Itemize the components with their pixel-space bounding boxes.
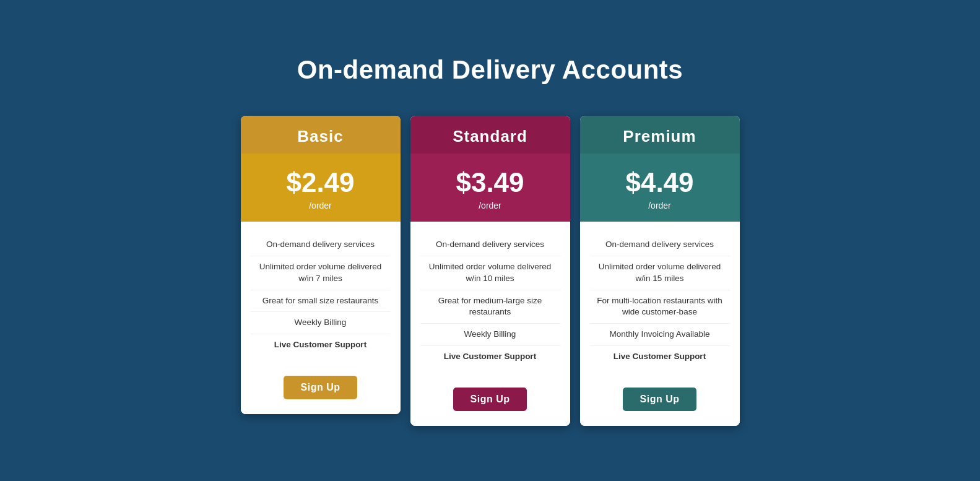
feature-item-live-support: Live Customer Support [590, 346, 730, 368]
premium-plan-name: Premium [586, 127, 734, 146]
basic-price-unit: /order [247, 201, 394, 210]
standard-features: On-demand delivery services Unlimited or… [410, 222, 570, 378]
standard-signup-button[interactable]: Sign Up [453, 388, 527, 411]
feature-item: On-demand delivery services [420, 234, 560, 256]
premium-price-section: $4.49 /order [580, 154, 740, 222]
plan-card-basic: Basic $2.49 /order On-demand delivery se… [241, 116, 401, 414]
standard-price: $3.49 [417, 167, 564, 198]
feature-item: Weekly Billing [420, 324, 560, 346]
premium-header: Premium [580, 116, 740, 154]
feature-item: For multi-location restaurants with wide… [590, 290, 730, 324]
basic-plan-name: Basic [247, 127, 394, 146]
feature-item: Great for small size restaurants [251, 290, 391, 313]
page-title: On-demand Delivery Accounts [297, 55, 683, 85]
basic-price-section: $2.49 /order [241, 154, 401, 222]
basic-footer: Sign Up [241, 366, 401, 414]
plan-card-premium: Premium $4.49 /order On-demand delivery … [580, 116, 740, 426]
premium-footer: Sign Up [580, 378, 740, 426]
standard-price-section: $3.49 /order [410, 154, 570, 222]
feature-item: Unlimited order volume delivered w/in 15… [590, 256, 730, 290]
standard-price-unit: /order [417, 201, 564, 210]
feature-item: On-demand delivery services [251, 234, 391, 256]
premium-price-unit: /order [586, 201, 734, 210]
feature-item: Monthly Invoicing Available [590, 324, 730, 346]
feature-item: Great for medium-large size restaurants [420, 290, 560, 324]
feature-item: Weekly Billing [251, 312, 391, 334]
pricing-cards-container: Basic $2.49 /order On-demand delivery se… [236, 116, 745, 426]
premium-price: $4.49 [586, 167, 734, 198]
standard-plan-name: Standard [417, 127, 564, 146]
basic-price: $2.49 [247, 167, 394, 198]
plan-card-standard: Standard $3.49 /order On-demand delivery… [410, 116, 570, 426]
standard-header: Standard [410, 116, 570, 154]
feature-item: Unlimited order volume delivered w/in 10… [420, 256, 560, 290]
feature-item: On-demand delivery services [590, 234, 730, 256]
premium-signup-button[interactable]: Sign Up [623, 388, 697, 411]
basic-features: On-demand delivery services Unlimited or… [241, 222, 401, 366]
premium-features: On-demand delivery services Unlimited or… [580, 222, 740, 378]
feature-item-live-support: Live Customer Support [420, 346, 560, 368]
feature-item-live-support: Live Customer Support [251, 334, 391, 356]
feature-item: Unlimited order volume delivered w/in 7 … [251, 256, 391, 290]
basic-signup-button[interactable]: Sign Up [284, 376, 358, 399]
basic-header: Basic [241, 116, 401, 154]
standard-footer: Sign Up [410, 378, 570, 426]
